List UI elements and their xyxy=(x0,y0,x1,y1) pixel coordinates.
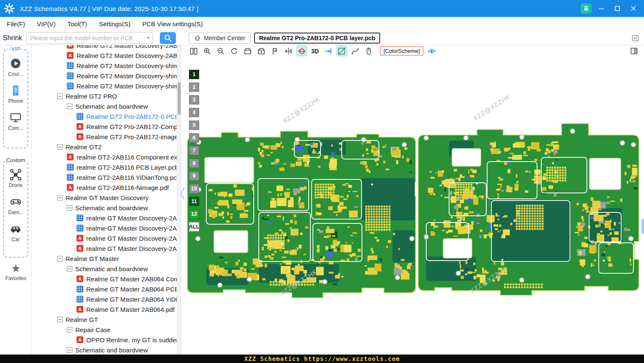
tree-file-row[interactable]: Arealme GT2-2AB116 Component exp xyxy=(32,152,181,162)
split-view-icon[interactable] xyxy=(189,46,198,56)
tree-group-row[interactable]: Realme GT Master Discovery xyxy=(32,192,181,203)
vip-lock-icon[interactable] xyxy=(581,3,592,14)
shrink-button[interactable]: Shrink xyxy=(3,34,22,42)
tree-file-row[interactable]: Arealme GT Master Discovery-2AB1 xyxy=(32,233,181,243)
layer-button-10[interactable]: 10 xyxy=(189,184,199,193)
board-top-view-icon[interactable] xyxy=(243,46,252,56)
maximize-button[interactable] xyxy=(611,2,624,15)
tree-file-row[interactable]: ARealme GT2 Master Discovery-2AB3 xyxy=(32,45,181,50)
collapse-minus-icon[interactable] xyxy=(67,266,72,272)
collapse-tree-chevron-icon[interactable] xyxy=(180,187,185,202)
search-input[interactable] xyxy=(30,35,145,41)
tree-group-row[interactable]: Realme GT xyxy=(32,314,181,324)
sidebar-item-favorites[interactable]: ★ Favorites xyxy=(0,263,32,281)
collapse-minus-icon[interactable] xyxy=(67,327,72,333)
tree-file-row[interactable]: ARealme GT Master 2AB064.pdf xyxy=(32,304,181,314)
layer-panel-icon[interactable] xyxy=(630,47,638,57)
collapse-minus-icon[interactable] xyxy=(67,205,72,211)
eye-icon[interactable] xyxy=(427,46,437,56)
tree-file-row[interactable]: Realme GT2 Master Discovery-shim / xyxy=(32,60,181,71)
layer-button-11[interactable]: 11 xyxy=(189,197,199,206)
tree-group-row[interactable]: Schematic and boardview xyxy=(32,101,181,111)
tree-file-row[interactable]: Arealme GT Master Discovery-2AB1 xyxy=(32,243,181,253)
collapse-minus-icon[interactable] xyxy=(57,256,63,261)
zoom-in-icon[interactable] xyxy=(202,46,212,56)
curve-tool-icon[interactable] xyxy=(351,46,360,56)
3d-view-button[interactable]: 3D xyxy=(310,48,320,55)
tree-file-row[interactable]: Realme GT2 Master Discovery-shim I xyxy=(32,71,181,81)
color-scheme-button[interactable]: [ColorScheme] xyxy=(380,47,423,55)
layer-button-5[interactable]: 5 xyxy=(189,121,199,130)
sidebar-item-car[interactable]: Car xyxy=(4,223,27,242)
tree-file-row[interactable]: realme GT2-2AB116 PCB Layer.pcb xyxy=(32,162,181,172)
board-bottom-view-icon[interactable] xyxy=(256,46,266,56)
diagonal-measure-icon[interactable] xyxy=(337,46,347,56)
tree-file-row[interactable]: Realme GT Master 2AB064 YiDian xyxy=(32,294,181,304)
blue-arrow-icon[interactable] xyxy=(323,46,333,56)
sidebar-item-drone[interactable]: Drone xyxy=(4,168,27,188)
chevron-down-icon[interactable]: ▾ xyxy=(147,35,150,41)
close-panel-icon[interactable] xyxy=(632,35,639,44)
pdf-file-icon: A xyxy=(77,133,83,140)
menu-settings[interactable]: Settings(S) xyxy=(93,17,136,30)
pcb-canvas[interactable]: XZZ@XZZHKXZZ@XZZHKXZZ@XZZHKXZZ@XZZHK xyxy=(181,57,644,355)
tree-group-row[interactable]: Schematic and boardview xyxy=(32,203,181,213)
tree-file-row[interactable]: Realme GT2 Master Discovery-shim ( xyxy=(32,81,181,91)
collapse-minus-icon[interactable] xyxy=(57,317,63,322)
tree-file-row[interactable]: ARealme GT2 Pro-2AB172-Compor xyxy=(32,121,181,132)
tree-group-row[interactable]: Repair Case xyxy=(32,324,181,335)
tree-group-row[interactable]: Schematic and boardview xyxy=(32,345,181,355)
tree-group-row[interactable]: Realme GT2 xyxy=(32,142,181,152)
layer-button-4[interactable]: 4 xyxy=(189,108,199,117)
layer-button-2[interactable]: 2 xyxy=(189,82,199,92)
pcb-file-icon xyxy=(67,72,74,79)
tree-file-row[interactable]: realme GT2-2AB116 YiDianTong.pcb xyxy=(32,172,181,182)
layer-button-8[interactable]: 8 xyxy=(189,159,199,168)
tree-file-row[interactable]: ARealme GT Master 2AB064 Compo xyxy=(32,274,181,284)
tree-scrollbar-thumb[interactable] xyxy=(178,82,181,115)
menu-tool[interactable]: Tool(T) xyxy=(62,17,93,30)
tree-file-row[interactable]: realme GT Master Discovery-2AB1 xyxy=(32,213,181,223)
tree-group-row[interactable]: Realme GT Master xyxy=(32,253,181,264)
mouse-icon[interactable] xyxy=(364,46,374,56)
tree-file-row[interactable]: Realme GT Master 2AB064 PCB la xyxy=(32,284,181,294)
minimize-button[interactable] xyxy=(595,2,608,15)
collapse-minus-icon[interactable] xyxy=(57,144,63,150)
search-button[interactable] xyxy=(160,32,176,44)
tree-file-row[interactable]: Arealme GT2-2AB116-Nimage.pdf xyxy=(32,182,181,192)
tree-group-row[interactable]: Realme GT2 PRO xyxy=(32,91,181,101)
tree-file-row[interactable]: realme GT Master Discovery-2AB1 xyxy=(32,223,181,233)
flag-icon[interactable] xyxy=(270,46,280,56)
layer-button-6[interactable]: 6 xyxy=(189,133,199,143)
tree-file-row[interactable]: AOPPO Renlme, my GT is suddenly xyxy=(32,335,181,345)
collapse-minus-icon[interactable] xyxy=(67,104,72,109)
canvas-scrollbar-thumb[interactable] xyxy=(641,219,644,234)
tree-group-row[interactable]: Schematic and boardview xyxy=(32,264,181,274)
rotate-icon[interactable] xyxy=(229,46,239,56)
menu-file[interactable]: File(F) xyxy=(1,17,31,30)
menu-pcb-view-settings[interactable]: PCB View settings(S) xyxy=(136,17,208,30)
sidebar-item-phone[interactable]: Phone xyxy=(4,84,27,104)
layer-button-1[interactable]: 1 xyxy=(189,70,199,79)
collapse-minus-icon[interactable] xyxy=(57,195,63,201)
tree-file-row[interactable]: Realme GT2 Pro-2AB172-0 PCB la xyxy=(32,111,181,121)
layer-button-12[interactable]: 12 xyxy=(189,209,199,219)
zoom-out-icon[interactable] xyxy=(216,46,225,56)
document-tab[interactable]: Realme GT2 Pro-2AB172-0 PCB layer.pcb xyxy=(254,33,381,44)
collapse-minus-icon[interactable] xyxy=(57,94,63,99)
collapse-minus-icon[interactable] xyxy=(67,347,72,353)
layer-button-ALL[interactable]: ALL xyxy=(189,222,199,231)
sidebar-item-computer[interactable]: Com... xyxy=(4,111,27,131)
sidebar-item-course[interactable]: Cour... xyxy=(4,57,27,77)
member-center-button[interactable]: Member Center xyxy=(189,33,250,44)
tree-file-row[interactable]: ARealme GT2 Master Discovery-2AB39 xyxy=(32,50,181,60)
flip-horizontal-icon[interactable] xyxy=(283,46,293,56)
layer-button-3[interactable]: 3 xyxy=(189,95,199,104)
sidebar-item-game[interactable]: Gam... xyxy=(4,195,27,215)
menu-vip[interactable]: VIP(V) xyxy=(31,17,61,30)
layer-button-7[interactable]: 7 xyxy=(189,146,199,155)
red-lens-icon[interactable] xyxy=(297,46,307,56)
layer-button-9[interactable]: 9 xyxy=(189,171,199,181)
tree-file-row[interactable]: ARealme GT2 Pro-2AB172-image.p xyxy=(32,132,181,142)
close-button[interactable] xyxy=(627,2,640,15)
